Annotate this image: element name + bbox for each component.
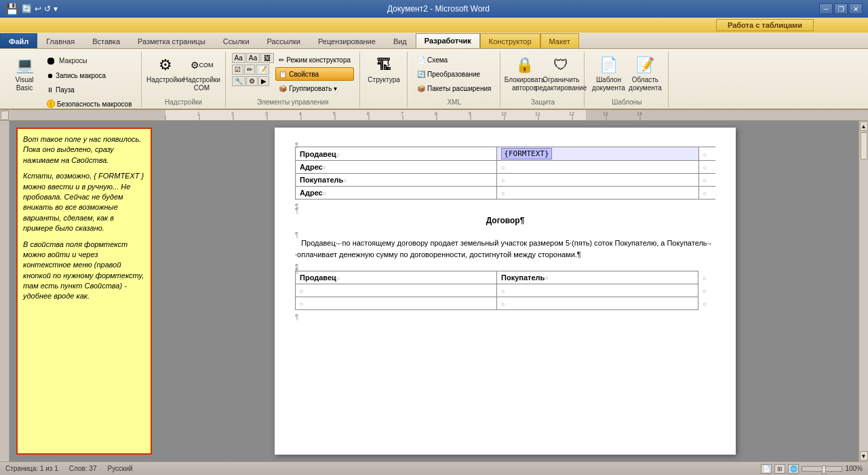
addins-com-button[interactable]: ⚙COM НадстройкиCOM: [184, 52, 220, 96]
body-content: Продавец·-·по настоящему договору продае…: [295, 239, 711, 259]
ruler-side-spacer: [9, 110, 145, 120]
group-label: Группировать: [289, 85, 332, 92]
ribbon-group-controls: Аа Аа 🖼 ☑ ✏ 📝 🔧 ⚙ ▶ ✏ Режим к: [226, 52, 361, 107]
addins-label: Надстройки: [146, 76, 184, 84]
bottom-row2-col2[interactable]: ○: [497, 297, 698, 310]
control-gear[interactable]: ⚙: [246, 76, 258, 86]
structure-button[interactable]: 🏗 Структура: [366, 52, 401, 96]
bottom-row2-col1[interactable]: ○: [296, 297, 497, 310]
scroll-down-button[interactable]: ▼: [860, 451, 868, 461]
svg-text:2: 2: [231, 111, 234, 116]
address2-value-cell[interactable]: ○: [497, 187, 698, 200]
tab-layout[interactable]: Макет: [540, 33, 579, 48]
formtext-field[interactable]: {FORMTEXT}: [501, 148, 551, 159]
close-button[interactable]: ✕: [849, 3, 863, 14]
control-aa2[interactable]: Аа: [246, 53, 260, 63]
transform-button[interactable]: 🔄 Преобразование: [414, 67, 494, 81]
tab-developer[interactable]: Разработчик: [416, 33, 480, 48]
address2-label-cell: Адрес○: [296, 187, 497, 200]
doc-title-text: Договор¶: [486, 216, 525, 225]
bottom-row1-col2[interactable]: ○: [497, 284, 698, 297]
control-aa1[interactable]: Аа: [232, 53, 245, 63]
address1-value-cell[interactable]: ○: [497, 161, 698, 174]
addins-button[interactable]: ⚙ Надстройки: [148, 52, 183, 96]
record-macro-button[interactable]: ⏺ Запись макроса: [43, 69, 136, 82]
security-button[interactable]: ! Безопасность макросов: [43, 97, 136, 111]
control-list[interactable]: 📝: [256, 64, 269, 75]
side-panel-p1: Вот такое поле у нас появилось. Пока оно…: [23, 134, 145, 166]
schema-button[interactable]: 📄 Схема: [414, 53, 494, 66]
address1-label-cell: Адрес○: [296, 161, 497, 174]
tab-file[interactable]: Файл: [0, 33, 37, 48]
pause-button[interactable]: ⏸ Пауза: [43, 83, 136, 96]
structure-group-content: 🏗 Структура: [366, 52, 401, 106]
side-panel: Вот такое поле у нас появилось. Пока оно…: [16, 128, 152, 455]
tab-references[interactable]: Ссылки: [214, 33, 258, 48]
seller-value-cell[interactable]: {FORMTEXT}: [497, 147, 698, 161]
design-mode-button[interactable]: ✏ Режим конструктора: [275, 53, 354, 66]
svg-text:13: 13: [603, 111, 608, 116]
scroll-up-button[interactable]: ▲: [860, 121, 868, 131]
tab-mailings[interactable]: Рассылки: [258, 33, 309, 48]
warning-icon: !: [47, 100, 55, 108]
tab-view[interactable]: Вид: [384, 33, 416, 48]
status-view-buttons: 📄 ⊞ 🌐 100%: [761, 464, 863, 474]
control-play[interactable]: ▶: [258, 76, 269, 86]
zoom-slider[interactable]: [802, 466, 842, 472]
view-print-button[interactable]: 📄: [761, 464, 772, 474]
protect-group-label: Защита: [507, 98, 578, 106]
transform-label: Преобразование: [427, 71, 480, 78]
addins-com-label: НадстройкиCOM: [183, 76, 220, 92]
status-page: Страница: 1 из 1: [5, 465, 58, 472]
tab-page-layout[interactable]: Разметка страницы: [129, 33, 214, 48]
restrict-editing-label: Ограничитьредактирование: [536, 76, 587, 92]
ruler-row: 1 2 3 4 5 6 7 8 9 10 11: [0, 110, 868, 121]
tab-home[interactable]: Главная: [37, 33, 83, 48]
doc-area-button[interactable]: 📝 Областьдокумента: [627, 52, 663, 96]
ruler-toggle[interactable]: [1, 111, 9, 120]
packages-button[interactable]: 📦 Пакеты расширения: [414, 81, 494, 95]
buyer-side-cell: ○: [698, 174, 715, 187]
tab-constructor[interactable]: Конструктор: [480, 33, 540, 48]
controls-icons-col: Аа Аа 🖼 ☑ ✏ 📝 🔧 ⚙ ▶: [232, 52, 275, 86]
control-wrench[interactable]: 🔧: [232, 76, 245, 86]
xml-col: 📄 Схема 🔄 Преобразование 📦 Пакеты расшир…: [414, 52, 494, 95]
minimize-button[interactable]: ─: [819, 3, 833, 14]
zoom-level: 100%: [845, 465, 863, 472]
control-edit[interactable]: ✏: [244, 64, 255, 75]
bottom-buyer-header: Покупатель○: [497, 271, 698, 284]
svg-text:12: 12: [569, 111, 574, 116]
ribbon-tabs: Файл Главная Вставка Разметка страницы С…: [0, 33, 868, 49]
control-image[interactable]: 🖼: [260, 53, 274, 63]
group-button[interactable]: 📦 Группировать ▾: [275, 81, 354, 95]
buyer-value-cell[interactable]: ○: [497, 174, 698, 187]
scroll-thumb[interactable]: [861, 132, 867, 159]
window-title: Документ2 - Microsoft Word: [58, 4, 819, 14]
buyer-label-cell: Покупатель○: [296, 174, 497, 187]
address1-side-cell: ○: [698, 161, 715, 174]
tab-review[interactable]: Рецензирование: [309, 33, 384, 48]
properties-button[interactable]: 📋 Свойства: [275, 67, 354, 81]
zoom-thumb[interactable]: [822, 466, 826, 474]
restore-button[interactable]: ❐: [834, 3, 848, 14]
seller-label-cell: Продавец○: [296, 147, 497, 161]
doc-body-text[interactable]: Продавец·-·по настоящему договору продае…: [295, 238, 715, 260]
view-web-button[interactable]: 🌐: [788, 464, 799, 474]
doc-template-button[interactable]: 📄 Шаблондокумента: [591, 52, 626, 96]
restrict-editing-button[interactable]: 🛡 Ограничитьредактирование: [543, 52, 578, 96]
visual-basic-button[interactable]: 💻 VisualBasic: [7, 52, 42, 96]
svg-text:3: 3: [265, 111, 268, 116]
bottom-row1-col1[interactable]: ○: [296, 284, 497, 297]
macros-button[interactable]: ⏺ Макросы: [43, 53, 98, 68]
doc-area[interactable]: ¶ Продавец○ {FORMTEXT} ○ Адрес○ ○ ○ Поку…: [152, 121, 859, 461]
scrollbar-vertical[interactable]: ▲ ▼: [859, 121, 868, 461]
tab-insert[interactable]: Вставка: [83, 33, 129, 48]
doc-area-icon: 📝: [634, 54, 656, 76]
doc-template-label: Шаблондокумента: [592, 76, 625, 92]
design-mode-icon: ✏: [279, 56, 284, 64]
scroll-track[interactable]: [860, 132, 868, 451]
svg-text:8: 8: [435, 111, 437, 116]
view-full-button[interactable]: ⊞: [774, 464, 785, 474]
top-table: Продавец○ {FORMTEXT} ○ Адрес○ ○ ○ Покупа…: [295, 147, 715, 200]
control-check[interactable]: ☑: [232, 64, 243, 75]
